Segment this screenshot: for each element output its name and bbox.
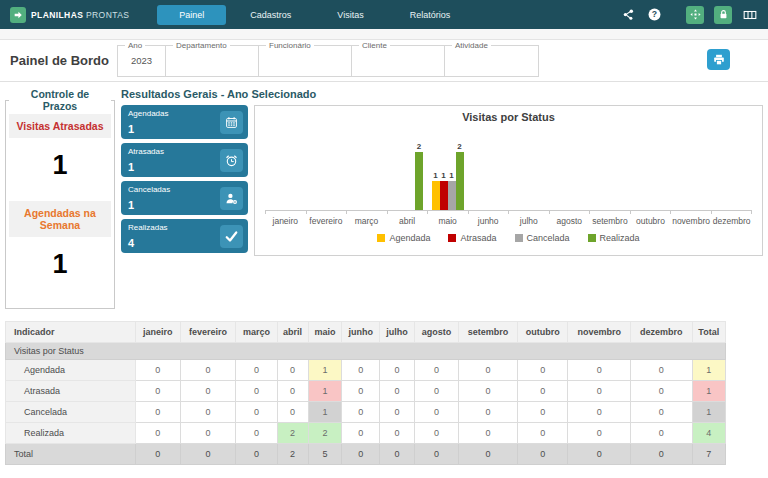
table-cell: 0 (180, 381, 236, 402)
departamento-input[interactable] (166, 46, 258, 76)
chart-visitas-por-status: Visitas por Status 21112 janeirofevereir… (254, 105, 763, 256)
bar-data-label: 1 (449, 172, 453, 180)
status-card-agendadas[interactable]: Agendadas1 (121, 105, 248, 139)
deadline-label: Agendadas na Semana (9, 201, 111, 237)
status-card-atrasadas[interactable]: Atrasadas1 (121, 143, 248, 177)
check-icon[interactable] (220, 225, 243, 248)
nav-item-painel[interactable]: Painel (157, 5, 226, 25)
chart-category-março (346, 131, 387, 210)
legend-swatch (515, 234, 523, 242)
table-row-agendada: Agendada0000100000001 (6, 360, 726, 381)
top-navbar: PLANILHAS PRONTAS PainelCadastrosVisitas… (0, 0, 768, 29)
table-cell: 0 (631, 423, 692, 444)
table-cell: 0 (568, 360, 631, 381)
row-label: Cancelada (6, 402, 136, 423)
table-cell: 0 (631, 381, 692, 402)
table-cell: 2 (277, 444, 308, 465)
card-value: 1 (128, 199, 170, 211)
filter-fields: AnoDepartamentoFuncionárioClienteAtivida… (117, 45, 539, 77)
nav-item-cadastros[interactable]: Cadastros (228, 5, 313, 25)
table-cell: 0 (136, 381, 181, 402)
legend-item-realizada: Realizada (588, 233, 640, 243)
table-header-outubro: outubro (518, 322, 568, 343)
filter-field-label: Cliente (359, 41, 390, 50)
chart-category-dezembro (711, 131, 752, 210)
help-icon[interactable]: ? (646, 7, 662, 23)
chart-plot-area: 21112 (265, 131, 752, 211)
chart-legend: AgendadaAtrasadaCanceladaRealizada (265, 233, 752, 243)
alarm-clock-icon[interactable] (220, 149, 243, 172)
table-cell: 0 (518, 381, 568, 402)
table-header-março: março (236, 322, 277, 343)
deadline-value: 1 (9, 237, 111, 300)
move-icon[interactable] (686, 6, 704, 24)
filter-field-cliente: Cliente (352, 46, 445, 76)
deadlines-panel-legend: Controle de Prazos (9, 88, 111, 112)
legend-item-cancelada: Cancelada (515, 233, 570, 243)
table-cell: 0 (236, 402, 277, 423)
month-label-julho: julho (508, 214, 549, 228)
table-cell: 1 (692, 360, 725, 381)
status-card-canceladas[interactable]: Canceladas1 (121, 181, 248, 215)
table-cell: 0 (518, 360, 568, 381)
table-cell: 0 (136, 360, 181, 381)
month-label-outubro: outubro (630, 214, 671, 228)
month-label-junho: junho (468, 214, 509, 228)
share-nodes-icon[interactable] (620, 7, 636, 23)
chart-category-outubro (630, 131, 671, 210)
table-cell: 0 (180, 360, 236, 381)
page-title: Painel de Bordo (10, 53, 117, 68)
indicators-table: Indicadorjaneirofevereiromarçoabrilmaioj… (5, 321, 726, 465)
month-label-abril: abril (387, 214, 428, 228)
deadlines-panel: Controle de Prazos Visitas Atrasadas1Age… (5, 88, 115, 309)
person-remove-icon[interactable] (220, 187, 243, 210)
table-group-row: Visitas por Status (6, 343, 726, 360)
chart-category-agosto (549, 131, 590, 210)
card-label: Realizadas (128, 223, 168, 232)
card-value: 1 (128, 161, 164, 173)
lock-icon[interactable] (714, 6, 732, 24)
cliente-input[interactable] (352, 46, 444, 76)
month-label-março: março (346, 214, 387, 228)
table-cell: 0 (180, 402, 236, 423)
chart-category-maio: 1112 (427, 131, 468, 210)
table-cell: 0 (180, 423, 236, 444)
table-cell: 0 (342, 444, 380, 465)
funcionário-input[interactable] (259, 46, 351, 76)
filter-field-ano: Ano (118, 46, 166, 76)
print-button[interactable] (707, 49, 730, 70)
table-cell: 0 (414, 444, 459, 465)
filter-field-label: Funcionário (266, 41, 314, 50)
nav-item-visitas[interactable]: Visitas (315, 5, 385, 25)
table-cell: 0 (180, 444, 236, 465)
atividade-input[interactable] (445, 46, 538, 76)
status-cards: Agendadas1Atrasadas1Canceladas1Realizada… (121, 105, 248, 253)
table-cell: 0 (236, 423, 277, 444)
calendar-icon[interactable] (220, 111, 243, 134)
legend-swatch (448, 234, 456, 242)
table-cell: 0 (459, 381, 518, 402)
chart-category-abril: 2 (387, 131, 428, 210)
table-header-setembro: setembro (459, 322, 518, 343)
table-cell: 1 (308, 381, 342, 402)
brand-logo: PLANILHAS PRONTAS (10, 7, 129, 23)
chart-category-junho (468, 131, 509, 210)
nav-item-relatórios[interactable]: Relatórios (388, 5, 473, 25)
deadline-value: 1 (9, 138, 111, 201)
status-card-realizadas[interactable]: Realizadas4 (121, 219, 248, 253)
table-header-junho: junho (342, 322, 380, 343)
table-cell: 0 (277, 381, 308, 402)
filter-field-label: Atividade (452, 41, 491, 50)
card-label: Canceladas (128, 185, 170, 194)
table-cell: 0 (459, 444, 518, 465)
chart-category-julho (508, 131, 549, 210)
table-row-atrasada: Atrasada0000100000001 (6, 381, 726, 402)
bar-data-label: 2 (417, 143, 421, 151)
table-header-fevereiro: fevereiro (180, 322, 236, 343)
table-header-julho: julho (380, 322, 414, 343)
table-cell: 0 (342, 423, 380, 444)
grid-icon[interactable] (742, 7, 758, 23)
table-cell: 0 (518, 444, 568, 465)
table-cell: 4 (692, 423, 725, 444)
ano-input[interactable] (118, 46, 165, 76)
